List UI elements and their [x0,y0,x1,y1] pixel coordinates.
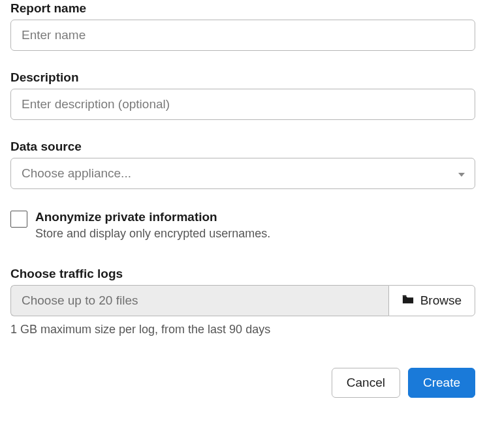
description-field: Description [10,70,475,120]
report-name-label: Report name [10,1,475,16]
create-button[interactable]: Create [408,368,475,398]
traffic-logs-field: Choose traffic logs Choose up to 20 file… [10,267,475,336]
file-picker-display: Choose up to 20 files [10,285,388,316]
report-name-input[interactable] [10,20,475,51]
data-source-label: Data source [10,140,475,154]
browse-button-label: Browse [420,293,462,308]
description-label: Description [10,70,475,85]
folder-icon [402,293,414,308]
data-source-select[interactable]: Choose appliance... [10,158,475,189]
data-source-field: Data source Choose appliance... [10,140,475,189]
cancel-button[interactable]: Cancel [332,368,400,398]
file-picker-row: Choose up to 20 files Browse [10,285,475,316]
anonymize-row: Anonymize private information Store and … [10,210,475,241]
anonymize-label: Anonymize private information [35,210,270,224]
description-input[interactable] [10,89,475,120]
data-source-select-wrap: Choose appliance... [10,158,475,189]
traffic-logs-hint: 1 GB maximum size per log, from the last… [10,323,475,336]
anonymize-text: Anonymize private information Store and … [35,210,270,241]
report-name-field: Report name [10,1,475,51]
traffic-logs-label: Choose traffic logs [10,267,475,281]
data-source-placeholder: Choose appliance... [22,166,131,181]
browse-button[interactable]: Browse [388,285,475,316]
anonymize-checkbox[interactable] [10,211,27,228]
anonymize-help: Store and display only encrypted usernam… [35,227,270,241]
form-footer: Cancel Create [10,368,475,398]
report-form: Report name Description Data source Choo… [0,0,487,398]
file-picker-placeholder: Choose up to 20 files [22,293,138,308]
svg-rect-0 [403,295,406,297]
